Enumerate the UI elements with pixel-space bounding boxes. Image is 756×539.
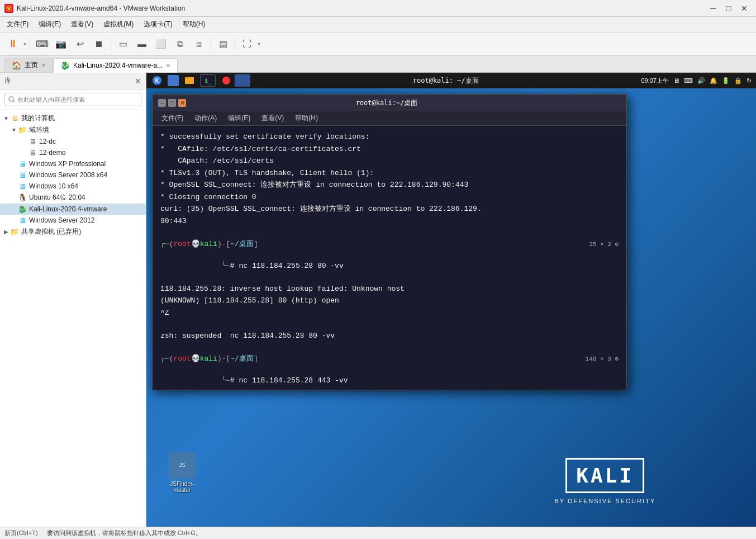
terminal-btn[interactable]: ▤ [215, 36, 231, 53]
sidebar-item-winxp[interactable]: 🖥 Windows XP Professional [0, 158, 146, 169]
sidebar-item-my-computer[interactable]: ▼ 🖥 我的计算机 [0, 112, 146, 124]
terminal-maximize-btn[interactable]: □ [168, 99, 176, 107]
kali-clock: 09:07上午 [641, 77, 669, 85]
revert-button[interactable]: ↩ [72, 36, 88, 53]
view-btn-1[interactable]: ▭ [115, 36, 131, 53]
term-path-2: ~/桌面 [230, 353, 254, 365]
sidebar-item-win10[interactable]: 🖥 Windows 10 x64 [0, 181, 146, 192]
pause-button[interactable]: ⏸ [4, 36, 21, 53]
term-root-2: root [173, 353, 191, 365]
lock-icon: 🔒 [734, 77, 742, 84]
tree-arrow-kali [10, 206, 18, 212]
tree-arrow-win2008 [10, 172, 18, 178]
terminal-menu-edit[interactable]: 编辑(E) [224, 112, 255, 124]
tab-kali[interactable]: 🐉 Kali-Linux-2020.4-vmware-a... ✕ [53, 58, 178, 73]
term-arrow-1: ╭─( [160, 239, 173, 250]
svg-text:V: V [7, 6, 11, 11]
blue-square-icon[interactable] [235, 74, 250, 87]
minimize-button[interactable]: ─ [706, 1, 720, 16]
terminal-menu-help[interactable]: 帮助(H) [291, 112, 322, 124]
terminal-menu-action[interactable]: 动作(A) [190, 112, 221, 124]
term-prompt-2: ╭─(root💀kali)-[~/桌面] [160, 353, 258, 365]
term-skull-1: 💀 [191, 239, 200, 250]
tab-kali-close[interactable]: ✕ [166, 63, 170, 69]
terminal-menu-file[interactable]: 文件(F) [157, 112, 188, 124]
term-prompt-row-2: ╭─(root💀kali)-[~/桌面] 148 × 3 ⚙ [160, 353, 619, 365]
view-btn-3[interactable]: ⬜ [153, 36, 169, 53]
term-bracket-close-2: ] [254, 353, 258, 365]
tree-label-win10: Windows 10 x64 [29, 182, 78, 190]
vm-area: K $_ [146, 73, 756, 527]
terminal-content[interactable]: * successfully set certificate verify lo… [153, 126, 626, 390]
send-ctrl-alt-del[interactable]: ⌨ [34, 36, 50, 53]
term-line-4: * TLSv1.3 (OUT), TLS handshake, Client h… [160, 168, 619, 179]
menu-edit[interactable]: 编辑(E) [34, 18, 65, 30]
tree-arrow-win10 [10, 183, 18, 190]
terminal-menu-view[interactable]: 查看(V) [257, 112, 288, 124]
tree-label-12dc: 12-dc [39, 138, 56, 145]
jsfinder-desktop-icon[interactable]: JS JSFinder-master [169, 452, 196, 493]
suspend-button[interactable]: ⏹ [91, 36, 107, 53]
volume-icon: 🔊 [697, 77, 705, 84]
vm-icon-win2008: 🖥 [18, 171, 27, 179]
term-blank-2 [160, 319, 619, 330]
new-tab-shortcut[interactable]: 新页(Ctrl+T) [4, 529, 38, 537]
terminal-icon-panel[interactable]: $_ [200, 74, 216, 87]
close-button[interactable]: ✕ [737, 1, 752, 16]
sidebar-header: 库 ✕ [0, 73, 146, 89]
kali-dragon-icon[interactable]: K [151, 74, 163, 87]
sidebar-item-ubuntu[interactable]: 🐧 Ubuntu 64位 20.04 [0, 192, 146, 204]
tree-label-win2012: Windows Server 2012 [29, 216, 94, 224]
jsfinder-label: JSFinder-master [170, 481, 194, 493]
sidebar-item-win2012[interactable]: 🖥 Windows Server 2012 [0, 215, 146, 226]
sidebar-close-btn[interactable]: ✕ [135, 77, 141, 86]
window-controls: ─ □ ✕ [706, 1, 752, 16]
vm-icon-win2012: 🖥 [18, 216, 27, 225]
jsfinder-icon-text: JS [179, 462, 186, 468]
menu-file[interactable]: 文件(F) [2, 18, 33, 30]
snapshot-button[interactable]: 📷 [53, 36, 69, 53]
sidebar-item-12demo[interactable]: 🖥 12-demo [0, 147, 146, 158]
tree-arrow-winxp [10, 161, 18, 167]
tab-home-close[interactable]: ✕ [41, 62, 46, 68]
term-blank-1 [160, 228, 619, 239]
maximize-button[interactable]: □ [721, 1, 736, 16]
view-btn-5[interactable]: ⧈ [191, 36, 207, 53]
tree-arrow-win2012 [10, 218, 18, 224]
fullscreen-btn[interactable]: ⛶ [239, 36, 255, 53]
toolbar-sep-4 [235, 37, 235, 51]
toolbar: ⏸ ▾ ⌨ 📷 ↩ ⏹ ▭ ▬ ⬜ ⧉ ⧈ ▤ ⛶ ▾ [0, 32, 756, 56]
sidebar-item-win2008[interactable]: 🖥 Windows Server 2008 x64 [0, 169, 146, 181]
view-btn-2[interactable]: ▬ [134, 36, 150, 53]
terminal-menu-bar: 文件(F) 动作(A) 编辑(E) 查看(V) 帮助(H) [153, 111, 626, 126]
term-line-1: * successfully set certificate verify lo… [160, 131, 619, 143]
term-prompt-1: ╭─(root💀kali)-[~/桌面] [160, 239, 258, 250]
computer-icon: 🖥 [10, 114, 19, 123]
tree-label-my-computer: 我的计算机 [21, 114, 55, 123]
sidebar-search-area [0, 89, 146, 110]
sidebar-item-shared[interactable]: ▶ 📁 共享虚拟机 (已弃用) [0, 226, 146, 238]
sidebar-search-input[interactable] [4, 93, 141, 106]
term-ctrl-z: ^Z [160, 308, 619, 319]
kali-tab-icon: 🐉 [60, 61, 70, 70]
shared-icon: 📁 [10, 228, 19, 237]
menu-view[interactable]: 查看(V) [66, 18, 98, 30]
sidebar-item-domain[interactable]: ▼ 📁 域环境 [0, 124, 146, 136]
terminal-window-controls: ─ □ ✕ [158, 99, 186, 107]
view-btn-4[interactable]: ⧉ [172, 36, 188, 53]
menu-help[interactable]: 帮助(H) [178, 18, 210, 30]
terminal-minimize-btn[interactable]: ─ [158, 99, 166, 107]
menu-vm[interactable]: 虚拟机(M) [99, 18, 138, 30]
tree-label-kali: Kali-Linux-2020.4-vmware [29, 205, 107, 213]
file-manager-icon[interactable] [183, 74, 196, 87]
term-bracket-1: )-[ [217, 239, 230, 250]
tab-home[interactable]: 🏠 主页 ✕ [4, 58, 53, 72]
term-blank-3 [160, 342, 619, 353]
blue-app-icon[interactable] [168, 75, 179, 86]
sidebar-item-kali[interactable]: 🐉 Kali-Linux-2020.4-vmware [0, 204, 146, 215]
terminal-close-btn[interactable]: ✕ [178, 99, 186, 107]
sidebar-item-12dc[interactable]: 🖥 12-dc [0, 136, 146, 147]
vm-display[interactable]: K $_ [146, 73, 756, 527]
menu-tabs[interactable]: 选项卡(T) [139, 18, 177, 30]
tree-arrow-ubuntu [10, 195, 18, 201]
